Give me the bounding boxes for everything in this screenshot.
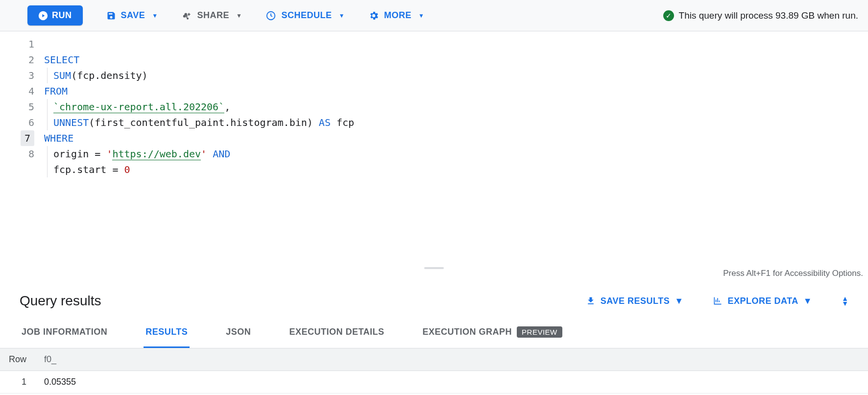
gear-icon [368,10,379,21]
save-label: SAVE [121,10,145,21]
chevron-down-icon: ▼ [842,301,848,306]
status-text: This query will process 93.89 GB when ru… [679,10,858,21]
results-tabs: JOB INFORMATION RESULTS JSON EXECUTION D… [0,318,868,348]
cell-value: 0.05355 [35,371,99,394]
line-gutter: 1 2 3 4 5 6 7 8 [0,31,44,263]
run-label: RUN [52,10,72,21]
chevron-down-icon: ▼ [675,296,683,306]
query-toolbar: RUN SAVE ▼ SHARE ▼ SCHEDULE ▼ MORE ▼ ✓ T… [0,0,868,31]
save-button[interactable]: SAVE ▼ [106,10,158,21]
schedule-button[interactable]: SCHEDULE ▼ [265,10,344,21]
chevron-down-icon: ▼ [803,296,812,306]
save-results-button[interactable]: SAVE RESULTS ▼ [586,296,684,306]
preview-badge: PREVIEW [517,326,562,338]
code-area[interactable]: SELECT SUM(fcp.density) FROM `chrome-ux-… [44,31,868,263]
sql-editor[interactable]: 1 2 3 4 5 6 7 8 SELECT SUM(fcp.density) … [0,31,868,263]
query-status: ✓ This query will process 93.89 GB when … [663,10,858,21]
editor-footer: Press Alt+F1 for Accessibility Options. [0,268,868,281]
cell-rownum: 1 [0,371,35,394]
tab-results[interactable]: RESULTS [144,318,190,348]
check-circle-icon: ✓ [663,10,674,21]
tab-execution-details[interactable]: EXECUTION DETAILS [287,318,386,348]
more-label: MORE [384,10,411,21]
schedule-label: SCHEDULE [281,10,332,21]
clock-icon [265,10,276,21]
explore-data-button[interactable]: EXPLORE DATA ▼ [713,296,812,306]
col-empty [99,348,868,371]
col-f0: f0_ [35,348,99,371]
run-button[interactable]: RUN [27,5,83,25]
chevron-down-icon: ▼ [339,12,345,19]
results-table: Row f0_ 1 0.05355 [0,348,868,394]
chevron-down-icon: ▼ [418,12,424,19]
download-icon [586,296,596,306]
chevron-down-icon: ▼ [152,12,158,19]
table-header-row: Row f0_ [0,348,868,371]
share-button[interactable]: SHARE ▼ [182,10,242,21]
results-header: Query results SAVE RESULTS ▼ EXPLORE DAT… [0,281,868,318]
tab-json[interactable]: JSON [224,318,253,348]
table-row[interactable]: 1 0.05355 [0,371,868,394]
explore-data-label: EXPLORE DATA [727,296,798,306]
more-button[interactable]: MORE ▼ [368,10,424,21]
chart-icon [713,296,723,306]
results-title: Query results [20,293,101,309]
col-row: Row [0,348,35,371]
tab-execution-graph[interactable]: EXECUTION GRAPH PREVIEW [421,318,564,348]
save-results-label: SAVE RESULTS [601,296,670,306]
share-label: SHARE [197,10,230,21]
resize-handle[interactable] [0,263,868,268]
share-icon [182,10,193,21]
chevron-down-icon: ▼ [236,12,242,19]
play-icon [38,11,48,21]
expand-collapse-button[interactable]: ▲ ▼ [842,296,848,306]
tab-job-information[interactable]: JOB INFORMATION [20,318,109,348]
save-icon [106,11,116,21]
